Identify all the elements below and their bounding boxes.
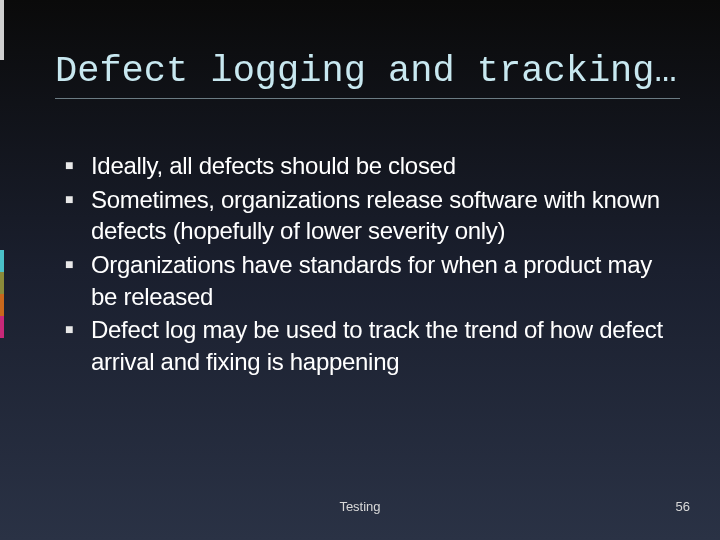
accent-bar-magenta [0,316,4,338]
bullet-icon: ■ [65,190,79,208]
bullet-icon: ■ [65,255,79,273]
list-item: ■ Sometimes, organizations release softw… [65,184,665,247]
bullet-text: Organizations have standards for when a … [91,249,665,312]
accent-bar-olive [0,272,4,294]
bullet-text: Ideally, all defects should be closed [91,150,665,182]
slide-title: Defect logging and tracking… [55,50,680,99]
list-item: ■ Ideally, all defects should be closed [65,150,665,182]
bullet-text: Sometimes, organizations release softwar… [91,184,665,247]
footer-label: Testing [0,499,720,514]
bullet-icon: ■ [65,156,79,174]
accent-bar-orange [0,294,4,316]
page-number: 56 [676,499,690,514]
bullet-icon: ■ [65,320,79,338]
bullet-list: ■ Ideally, all defects should be closed … [65,150,665,380]
accent-bar-teal [0,250,4,272]
accent-bar-top [0,0,4,60]
list-item: ■ Defect log may be used to track the tr… [65,314,665,377]
list-item: ■ Organizations have standards for when … [65,249,665,312]
bullet-text: Defect log may be used to track the tren… [91,314,665,377]
